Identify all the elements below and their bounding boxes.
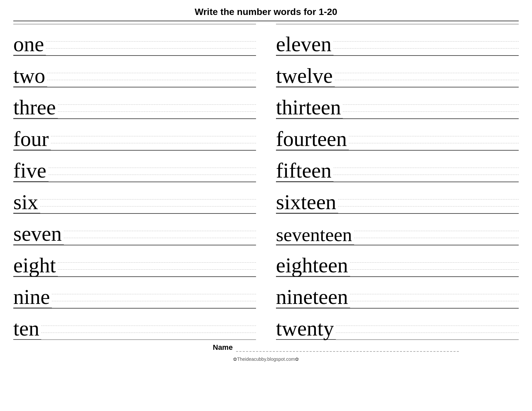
entry-twenty: twenty (276, 308, 519, 340)
name-write-line[interactable] (236, 351, 459, 352)
write-lines-seven (64, 231, 256, 245)
dashed-line (354, 238, 519, 238)
entry-seventeen: seventeen (276, 213, 519, 245)
dashed-line (41, 326, 256, 326)
write-lines-seventeen (354, 231, 519, 245)
write-lines-five (49, 168, 256, 182)
footer-text: ✿Theideacubby.blogspot.com✿ (233, 356, 299, 362)
dashed-line (64, 238, 256, 238)
dashed-line (58, 262, 256, 263)
word-three: three (13, 97, 58, 119)
word-two: two (13, 65, 47, 87)
dashed-line (52, 301, 256, 301)
dashed-line (350, 269, 519, 270)
name-row: Name (213, 343, 459, 354)
dashed-line (58, 269, 256, 270)
entry-two: two (13, 56, 256, 87)
dashed-line (46, 41, 256, 42)
word-fifteen: fifteen (276, 160, 333, 182)
write-lines-nine (52, 294, 256, 308)
dashed-line (47, 73, 256, 73)
write-lines-six (40, 199, 256, 213)
top-divider (13, 21, 519, 21)
entry-seven: seven (13, 213, 256, 245)
worksheet: one eleven two (13, 24, 519, 340)
entry-nineteen: nineteen (276, 277, 519, 308)
dashed-line (333, 175, 519, 175)
word-four: four (13, 128, 51, 150)
write-lines-eight (58, 262, 256, 277)
dashed-line (52, 294, 256, 294)
entry-nine: nine (13, 277, 256, 308)
dashed-line (349, 143, 519, 143)
entry-fourteen: fourteen (276, 119, 519, 150)
entry-twelve: twelve (276, 56, 519, 87)
entry-eighteen: eighteen (276, 245, 519, 277)
write-lines-one (46, 41, 256, 56)
write-lines-fifteen (333, 168, 519, 182)
dashed-line (64, 231, 256, 231)
entry-three: three (13, 87, 256, 119)
name-label: Name (213, 343, 233, 352)
dashed-line (49, 175, 256, 175)
write-lines-eighteen (350, 262, 519, 277)
word-five: five (13, 160, 49, 182)
dashed-line (336, 333, 519, 333)
word-sixteen: sixteen (276, 192, 338, 213)
dashed-line (58, 104, 256, 105)
dashed-line (41, 333, 256, 333)
dashed-line (338, 206, 519, 206)
entry-eight: eight (13, 245, 256, 277)
write-lines-four (51, 136, 256, 150)
entry-four: four (13, 119, 256, 150)
dashed-line (58, 111, 256, 112)
dashed-line (338, 199, 519, 200)
word-fourteen: fourteen (276, 128, 349, 150)
dashed-line (350, 301, 519, 301)
dashed-line (40, 206, 256, 206)
word-thirteen: thirteen (276, 97, 343, 119)
word-ten: ten (13, 318, 41, 340)
entry-eleven: eleven (276, 24, 519, 56)
dashed-line (333, 168, 519, 168)
dashed-line (349, 136, 519, 136)
write-lines-sixteen (338, 199, 519, 213)
dashed-line (335, 73, 519, 73)
word-six: six (13, 192, 40, 213)
entry-fifteen: fifteen (276, 150, 519, 182)
write-lines-ten (41, 326, 256, 340)
write-lines-two (47, 73, 256, 87)
dashed-line (51, 136, 256, 136)
word-seven: seven (13, 223, 64, 245)
dashed-line (354, 231, 519, 231)
word-one: one (13, 34, 46, 56)
write-lines-twenty (336, 326, 519, 340)
dashed-line (336, 326, 519, 326)
dashed-line (40, 199, 256, 200)
dashed-line (343, 111, 519, 112)
dashed-line (333, 48, 519, 49)
entry-thirteen: thirteen (276, 87, 519, 119)
word-nine: nine (13, 286, 52, 308)
write-lines-twelve (335, 73, 519, 87)
word-twelve: twelve (276, 65, 335, 87)
page-title: Write the number words for 1-20 (195, 7, 337, 17)
write-lines-three (58, 104, 256, 119)
entry-one: one (13, 24, 256, 56)
dashed-line (350, 262, 519, 263)
write-lines-nineteen (350, 294, 519, 308)
write-lines-fourteen (349, 136, 519, 150)
entry-five: five (13, 150, 256, 182)
write-lines-eleven (333, 41, 519, 56)
dashed-line (51, 143, 256, 143)
word-eighteen: eighteen (276, 255, 350, 277)
word-nineteen: nineteen (276, 286, 350, 308)
dashed-line (47, 80, 256, 80)
solid-line (41, 340, 256, 340)
dashed-line (335, 80, 519, 80)
word-seventeen: seventeen (276, 225, 354, 245)
entry-six: six (13, 182, 256, 213)
dashed-line (333, 41, 519, 42)
word-eight: eight (13, 255, 58, 277)
dashed-line (49, 168, 256, 168)
